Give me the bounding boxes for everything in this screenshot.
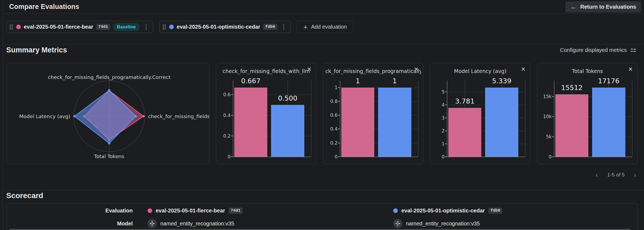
scorecard-model-candidate[interactable]: named_entity_recognation:v35 (393, 219, 480, 228)
y-tick-label: 0.4 (330, 126, 338, 132)
axis-tick (552, 96, 554, 97)
horizontal-scrollbar[interactable] (9, 229, 630, 230)
close-icon[interactable]: × (519, 65, 527, 73)
y-tick-label: 0 (335, 154, 338, 159)
add-evaluation-label: Add evaluation (311, 24, 347, 30)
add-evaluation-button[interactable]: + Add evaluation (297, 21, 354, 33)
chevron-left-icon[interactable]: ‹ (594, 171, 600, 179)
compare-evaluations-page: Compare Evaluations ← Return to Evaluati… (0, 0, 644, 230)
plus-icon: + (303, 24, 308, 31)
bar-value-label: 0.500 (278, 94, 298, 102)
axis-tick (231, 115, 233, 116)
scorecard-evaluation-row: Evaluation eval-2025-05-01-fierce-bear 7… (6, 204, 638, 217)
bar-candidate[interactable] (271, 105, 304, 157)
y-tick-label: 1 (442, 141, 445, 146)
y-tick-label: 0 (228, 154, 231, 159)
scorecard-row-label: Evaluation (6, 208, 133, 214)
metric-card: × Model Latency (avg) 0123453.7815.339 (430, 63, 530, 164)
y-tick-label: 0.6 (223, 92, 231, 97)
evaluation-pill-baseline[interactable]: eval-2025-05-01-fierce-bear 74d1 Baselin… (6, 21, 153, 33)
close-icon[interactable]: × (412, 65, 420, 73)
axis-tick (338, 115, 340, 115)
radar-axis-label: check_for_missing_fields_programatically… (48, 74, 170, 80)
configure-list-icon (630, 47, 636, 53)
page-header: Compare Evaluations ← Return to Evaluati… (3, 0, 644, 14)
scorecard-evaluation-candidate[interactable]: eval-2025-05-01-optimistic-cedar fdb0 (393, 208, 502, 214)
y-tick-label: 4 (442, 102, 445, 108)
bar-chart-plot: 00.20.40.60.6670.500 (233, 81, 311, 157)
radar-vertex-dot[interactable] (108, 142, 111, 144)
scorecard-evaluation-baseline[interactable]: eval-2025-05-01-fierce-bear 74d1 (148, 208, 393, 214)
radar-axis-label: Total Tokens (94, 154, 124, 159)
bar-baseline[interactable] (555, 94, 588, 157)
model-icon (393, 219, 402, 228)
bar-chart-plot: 05k10k15k1551217176 (554, 81, 632, 157)
radar-axis-label: Model Latency (avg) (19, 114, 70, 119)
evaluation-hash-badge: 74d1 (96, 24, 110, 30)
axis-tick (231, 136, 233, 136)
bar-baseline[interactable] (448, 108, 481, 157)
close-icon[interactable]: × (627, 65, 634, 73)
y-tick-label: 0.2 (330, 140, 338, 146)
bar-value-label: 15512 (561, 84, 583, 92)
chevron-right-icon[interactable]: › (632, 171, 638, 179)
evaluation-name: eval-2025-05-01-fierce-bear (156, 208, 225, 214)
evaluation-name: eval-2025-05-01-fierce-bear (24, 24, 93, 30)
return-to-evaluations-button[interactable]: ← Return to Evaluations (565, 1, 641, 12)
drag-handle-icon[interactable] (163, 25, 166, 29)
return-button-label: Return to Evaluations (580, 4, 636, 10)
axis-tick (445, 118, 447, 118)
evaluation-color-dot (393, 208, 398, 213)
bar-baseline[interactable] (234, 88, 267, 157)
evaluation-pill-candidate[interactable]: eval-2025-05-01-optimistic-cedar fdb0 ⋮ (159, 21, 291, 33)
gridline (632, 81, 632, 157)
page-title: Compare Evaluations (9, 3, 79, 11)
bar-baseline[interactable] (341, 88, 374, 157)
scorecard-title: Scorecard (6, 191, 43, 200)
radar-vertex-dot[interactable] (142, 115, 145, 118)
radar-vertex-dot[interactable] (135, 115, 137, 118)
evaluation-name: eval-2025-05-01-optimistic-cedar (177, 24, 260, 30)
axis-tick (338, 87, 340, 88)
y-tick-label: 0 (549, 154, 552, 159)
y-tick-label: 0 (442, 154, 445, 159)
axis-tick (338, 156, 340, 157)
axis-tick (231, 94, 233, 95)
axis-tick (445, 92, 447, 92)
y-tick-label: 0.6 (330, 112, 338, 118)
y-tick-label: 5 (442, 89, 445, 95)
bar-chart-plot: 00.20.40.60.8111 (340, 81, 418, 157)
model-name: named_entity_recognation:v35 (160, 221, 234, 227)
evaluation-pills-row: eval-2025-05-01-fierce-bear 74d1 Baselin… (6, 21, 353, 33)
gridline (418, 81, 418, 157)
y-tick-label: 1 (335, 85, 338, 90)
summary-metrics-title: Summary Metrics (6, 46, 67, 54)
kebab-menu-icon[interactable]: ⋮ (280, 24, 287, 30)
y-tick-label: 5k (546, 134, 552, 139)
bar-value-label: 5.339 (492, 77, 512, 85)
bar-value-label: 1 (356, 77, 360, 85)
y-tick-label: 15k (543, 94, 552, 99)
axis-tick (552, 116, 554, 117)
radar-vertex-dot[interactable] (108, 89, 111, 92)
scorecard-model-row: Model named_entity_recognation:v35 (6, 217, 638, 230)
y-tick-label: 2 (442, 128, 445, 134)
axis-tick (338, 143, 340, 143)
bar-candidate[interactable] (485, 88, 518, 157)
bar-chart-title: Model Latency (avg) (432, 68, 528, 74)
model-name: named_entity_recognation:v35 (406, 221, 480, 227)
close-icon[interactable]: × (305, 65, 313, 73)
bar-value-label: 1 (393, 77, 397, 85)
scorecard-model-baseline[interactable]: named_entity_recognation:v35 (148, 219, 393, 228)
evaluation-color-dot (169, 25, 174, 29)
configure-displayed-metrics-button[interactable]: Configure displayed metrics (558, 47, 638, 54)
kebab-menu-icon[interactable]: ⋮ (143, 24, 150, 30)
evaluation-hash-badge: fdb0 (488, 208, 502, 214)
drag-handle-icon[interactable] (10, 25, 13, 29)
radar-vertex-dot[interactable] (73, 115, 76, 118)
evaluation-color-dot (148, 208, 152, 213)
y-tick-label: 0.8 (330, 99, 338, 104)
axis-tick (231, 156, 233, 157)
bar-candidate[interactable] (592, 88, 625, 157)
bar-candidate[interactable] (378, 88, 411, 157)
